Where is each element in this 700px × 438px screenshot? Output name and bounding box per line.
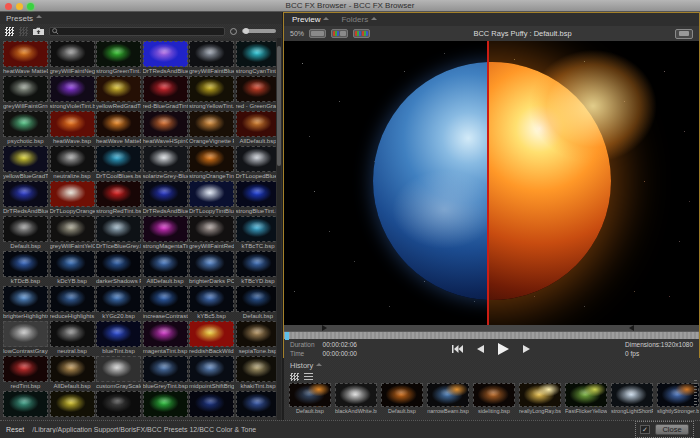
preset-thumbnail[interactable]: [143, 356, 188, 382]
preset-item[interactable]: reddishBackWildYel.bsp: [189, 321, 234, 355]
preset-thumbnail[interactable]: [3, 216, 48, 242]
preset-item[interactable]: [189, 391, 234, 420]
preset-thumbnail[interactable]: [189, 391, 234, 417]
preset-thumbnail[interactable]: [143, 111, 188, 137]
preset-thumbnail[interactable]: [50, 216, 95, 242]
history-thumbnail[interactable]: [611, 383, 653, 407]
preset-item[interactable]: kYGc20.bsp: [96, 286, 141, 320]
preset-thumbnail[interactable]: [96, 216, 141, 242]
preset-item[interactable]: strongVioletTint.bsp: [50, 76, 95, 110]
history-item[interactable]: FastFlickerYellowOverl...: [565, 383, 607, 415]
preset-thumbnail[interactable]: [236, 41, 277, 67]
preset-thumbnail[interactable]: [50, 356, 95, 382]
zoom-level[interactable]: 50%: [290, 30, 304, 37]
preset-thumbnail[interactable]: [189, 76, 234, 102]
preset-thumbnail[interactable]: [3, 76, 48, 102]
preset-thumbnail[interactable]: [236, 286, 277, 312]
preset-thumbnail[interactable]: [3, 286, 48, 312]
preset-item[interactable]: yellowBlueGradTint.bsp: [3, 146, 48, 180]
preset-item[interactable]: redTint.bsp: [3, 356, 48, 390]
thumbnail-size-slider[interactable]: [242, 29, 276, 33]
preset-thumbnail[interactable]: [50, 286, 95, 312]
history-list-view-icon[interactable]: [304, 373, 313, 381]
preset-thumbnail[interactable]: [96, 146, 141, 172]
preset-item[interactable]: [96, 391, 141, 420]
preset-thumbnail[interactable]: [189, 216, 234, 242]
preset-item[interactable]: greyWillFaintYelCast.b...: [50, 216, 95, 250]
preset-thumbnail[interactable]: [189, 181, 234, 207]
preset-thumbnail[interactable]: [50, 76, 95, 102]
preset-search-input[interactable]: [49, 27, 225, 36]
view-original-button[interactable]: [309, 29, 326, 38]
preset-thumbnail[interactable]: [236, 216, 277, 242]
preset-thumbnail[interactable]: [96, 321, 141, 347]
view-side-by-side-button[interactable]: [353, 29, 370, 38]
preset-item[interactable]: khakiTint.bsp: [236, 356, 277, 390]
preset-item[interactable]: heatWave.bsp: [50, 111, 95, 145]
preset-item[interactable]: kTBcYD.bsp: [236, 251, 277, 285]
preset-item[interactable]: greyWillFaintBlueCont...: [189, 41, 234, 75]
list-view-icon[interactable]: [19, 27, 28, 36]
preset-item[interactable]: OrangeVignette PC.bsp: [189, 111, 234, 145]
preset-thumbnail[interactable]: [3, 181, 48, 207]
preset-item[interactable]: customGrayScale.bsp: [96, 356, 141, 390]
preset-item[interactable]: neutralize.bsp: [50, 146, 95, 180]
preset-thumbnail[interactable]: [143, 146, 188, 172]
preset-item[interactable]: strongBlueTint.bsp: [236, 181, 277, 215]
history-thumbnail[interactable]: [427, 383, 469, 407]
preset-thumbnail[interactable]: [3, 111, 48, 137]
preset-item[interactable]: kDcYB.bsp: [50, 251, 95, 285]
preset-thumbnail[interactable]: [236, 76, 277, 102]
preset-item[interactable]: heatWaveHSpinOrig.bsp: [143, 111, 188, 145]
preset-thumbnail[interactable]: [143, 391, 188, 417]
preset-thumbnail[interactable]: [189, 251, 234, 277]
preset-thumbnail[interactable]: [50, 41, 95, 67]
preset-item[interactable]: DrTLoopyOrange.bsp: [50, 181, 95, 215]
history-item[interactable]: strongLightShortRay.bsp: [611, 383, 653, 415]
preset-item[interactable]: strongGreenTint.bsp: [96, 41, 141, 75]
history-item[interactable]: Default.bsp: [289, 383, 331, 415]
preset-item[interactable]: Default.bsp: [236, 286, 277, 320]
preset-thumbnail[interactable]: [189, 111, 234, 137]
preset-item[interactable]: brighterDarks PC.bsp: [189, 251, 234, 285]
preset-thumbnail[interactable]: [236, 251, 277, 277]
preset-item[interactable]: [143, 391, 188, 420]
preset-thumbnail[interactable]: [236, 111, 277, 137]
preset-thumbnail[interactable]: [189, 356, 234, 382]
preset-item[interactable]: AllDefault.bsp: [236, 111, 277, 145]
history-item[interactable]: narrowBeam.bsp: [427, 383, 469, 415]
disclosure-caret-icon[interactable]: [316, 363, 322, 366]
split-divider-line[interactable]: [487, 41, 489, 325]
preset-thumbnail[interactable]: [3, 391, 48, 417]
history-thumbnail[interactable]: [335, 383, 377, 407]
disclosure-caret-icon[interactable]: [36, 15, 42, 18]
presets-scrollbar-thumb[interactable]: [277, 46, 281, 166]
preset-item[interactable]: greyWillFaintRedCast...: [189, 216, 234, 250]
preset-thumbnail[interactable]: [96, 76, 141, 102]
preset-item[interactable]: yellowRedGradTint.bsp: [96, 76, 141, 110]
preset-thumbnail[interactable]: [50, 146, 95, 172]
preset-thumbnail[interactable]: [189, 321, 234, 347]
preset-item[interactable]: Default.bsp: [3, 216, 48, 250]
preset-item[interactable]: [50, 391, 95, 420]
preset-item[interactable]: increaseContrast20.bsp: [143, 286, 188, 320]
history-thumbnail[interactable]: [565, 383, 607, 407]
tab-preview[interactable]: Preview: [292, 15, 329, 24]
preset-item[interactable]: greyWillFaintGrnCast...: [3, 76, 48, 110]
tab-folders[interactable]: Folders: [341, 15, 377, 24]
preset-item[interactable]: AllDefault.bsp: [143, 251, 188, 285]
preset-thumbnail[interactable]: [96, 391, 141, 417]
preset-item[interactable]: darkerShadows PC.bsp: [96, 251, 141, 285]
history-thumbnail[interactable]: [381, 383, 423, 407]
history-item[interactable]: Default.bsp: [381, 383, 423, 415]
play-button[interactable]: [498, 343, 509, 355]
preset-thumbnail[interactable]: [96, 111, 141, 137]
preset-thumbnail[interactable]: [96, 251, 141, 277]
preset-item[interactable]: strongCyanTint.bsp: [236, 41, 277, 75]
preset-thumbnail[interactable]: [143, 181, 188, 207]
play-backward-button[interactable]: [477, 345, 484, 353]
preset-item[interactable]: greyWillFaintNegCont...: [50, 41, 95, 75]
first-frame-button[interactable]: [452, 345, 463, 353]
preset-thumbnail[interactable]: [96, 181, 141, 207]
preset-item[interactable]: [3, 391, 48, 420]
